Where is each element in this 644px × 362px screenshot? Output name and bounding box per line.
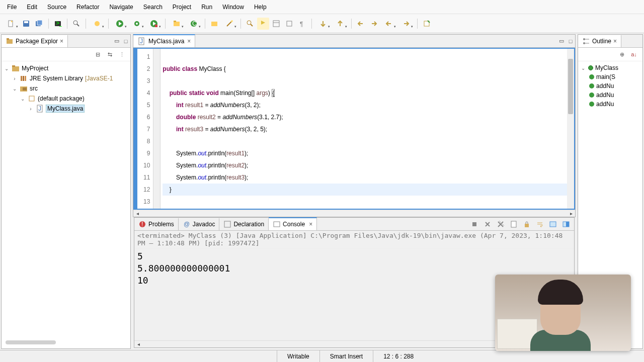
svg-rect-30	[12, 66, 19, 71]
save-button[interactable]	[20, 18, 32, 30]
pin-console-button[interactable]	[547, 218, 559, 230]
sort-icon[interactable]: a↓	[629, 50, 638, 59]
link-editor-icon[interactable]: ⇆	[105, 50, 114, 59]
console-tab[interactable]: Console ×	[269, 217, 317, 230]
open-type-button[interactable]	[208, 18, 220, 30]
terminate-button[interactable]	[468, 218, 480, 230]
word-wrap-button[interactable]	[534, 218, 546, 230]
svg-point-9	[95, 21, 100, 26]
menu-edit[interactable]: Edit	[22, 2, 42, 13]
scroll-lock-button[interactable]	[521, 218, 533, 230]
last-edit-button[interactable]	[355, 18, 367, 30]
expand-icon[interactable]: ›	[28, 106, 34, 112]
menu-window[interactable]: Window	[217, 2, 249, 13]
outline-tab[interactable]: Outline ×	[578, 35, 621, 47]
build-button[interactable]: ▾	[89, 18, 105, 30]
collapse-all-icon[interactable]: ⊟	[93, 50, 102, 59]
outline-member[interactable]: main(S	[596, 73, 615, 80]
vertical-scrollbar[interactable]	[567, 49, 574, 209]
webcam-overlay	[495, 275, 631, 351]
outline-member[interactable]: addNu	[596, 101, 614, 108]
mark-button[interactable]	[257, 18, 269, 30]
svg-text:¶: ¶	[300, 21, 303, 28]
svg-rect-48	[511, 221, 516, 227]
maximize-icon[interactable]: □	[121, 37, 130, 46]
horizontal-scrollbar[interactable]	[6, 340, 56, 344]
minimize-icon[interactable]: ▭	[112, 37, 121, 46]
default-package-label[interactable]: (default package)	[38, 95, 85, 102]
view-menu-icon[interactable]: ⋮	[117, 50, 126, 59]
display-console-button[interactable]	[560, 218, 572, 230]
src-label[interactable]: src	[30, 85, 38, 92]
toggle-breadcrumb-button[interactable]	[270, 18, 282, 30]
outline-member[interactable]: addNu	[596, 82, 614, 89]
javadoc-tab[interactable]: @ Javadoc	[179, 218, 220, 230]
toggle-block-button[interactable]	[283, 18, 295, 30]
new-class-button[interactable]: C▾	[186, 18, 202, 30]
prev-annotation-button[interactable]: ▾	[332, 18, 348, 30]
declaration-label: Declaration	[233, 221, 264, 228]
search-button[interactable]	[244, 18, 256, 30]
menu-file[interactable]: File	[2, 2, 22, 13]
remove-all-button[interactable]	[495, 218, 507, 230]
menu-run[interactable]: Run	[196, 2, 217, 13]
svg-rect-47	[472, 222, 476, 226]
horizontal-scrollbar[interactable]: ◂▸	[133, 210, 575, 217]
file-label[interactable]: MyClass.java	[46, 105, 85, 113]
forward-button[interactable]: ▾	[398, 18, 414, 30]
minimize-icon[interactable]: ▭	[557, 37, 566, 46]
editor-tab[interactable]: J MyClass.java ×	[133, 34, 195, 47]
svg-rect-33	[23, 76, 24, 81]
run-button[interactable]: ▾	[112, 18, 128, 30]
line-gutter[interactable]: 1234567891011121314	[137, 49, 153, 209]
expand-icon[interactable]: ›	[12, 76, 18, 81]
code-area[interactable]: public class MyClass { public static voi…	[160, 49, 567, 209]
clear-console-button[interactable]	[508, 218, 520, 230]
save-all-button[interactable]	[33, 18, 45, 30]
menu-navigate[interactable]: Navigate	[104, 2, 138, 13]
forward-edit-button[interactable]	[368, 18, 380, 30]
expand-icon[interactable]: ⌄	[20, 96, 26, 102]
console-icon	[273, 220, 281, 228]
close-icon[interactable]: ×	[309, 221, 312, 228]
code-editor[interactable]: 1234567891011121314 public class MyClass…	[133, 48, 575, 210]
expand-icon[interactable]: ⌄	[4, 66, 10, 71]
menu-refactor[interactable]: Refactor	[71, 2, 104, 13]
svg-rect-32	[21, 76, 22, 81]
close-icon[interactable]: ×	[613, 38, 617, 45]
problems-icon: !	[138, 220, 146, 228]
src-folder-icon	[20, 84, 28, 93]
debug-button[interactable]: ▾	[129, 18, 145, 30]
menu-search[interactable]: Search	[138, 2, 168, 13]
expand-icon[interactable]: ⌄	[12, 86, 18, 92]
pin-editor-button[interactable]	[421, 18, 433, 30]
menu-source[interactable]: Source	[42, 2, 71, 13]
back-button[interactable]: ▾	[381, 18, 397, 30]
zoom-button[interactable]	[70, 18, 83, 30]
close-icon[interactable]: ×	[60, 38, 63, 45]
next-annotation-button[interactable]: ▾	[315, 18, 331, 30]
package-explorer-tab[interactable]: Package Explor ×	[2, 35, 68, 47]
expand-icon[interactable]: ⌄	[580, 65, 586, 71]
method-icon	[589, 93, 594, 98]
menu-project[interactable]: Project	[168, 2, 196, 13]
remove-launch-button[interactable]	[481, 218, 494, 230]
focus-icon[interactable]: ⊕	[617, 50, 626, 59]
close-icon[interactable]: ×	[187, 38, 191, 45]
project-label[interactable]: MyProject	[22, 65, 48, 72]
new-project-button[interactable]: ▾	[169, 18, 185, 30]
menu-help[interactable]: Help	[249, 2, 272, 13]
wand-button[interactable]: ▾	[221, 18, 237, 30]
problems-tab[interactable]: ! Problems	[134, 218, 179, 230]
coverage-button[interactable]: ▾	[146, 18, 162, 30]
terminal-button[interactable]: >_	[52, 18, 64, 30]
new-button[interactable]: ▾	[3, 18, 19, 30]
declaration-tab[interactable]: Declaration	[219, 218, 269, 230]
jre-label[interactable]: JRE System Library	[30, 75, 83, 82]
outline-tree[interactable]: ⌄ MyClass main(S addNu addNu addNu	[578, 61, 642, 111]
outline-member[interactable]: addNu	[596, 92, 614, 99]
pilcrow-button[interactable]: ¶	[296, 18, 308, 30]
outline-class-label[interactable]: MyClass	[595, 64, 618, 71]
project-tree[interactable]: ⌄ MyProject › JRE System Library [JavaSE…	[2, 61, 130, 336]
maximize-icon[interactable]: □	[566, 37, 575, 46]
